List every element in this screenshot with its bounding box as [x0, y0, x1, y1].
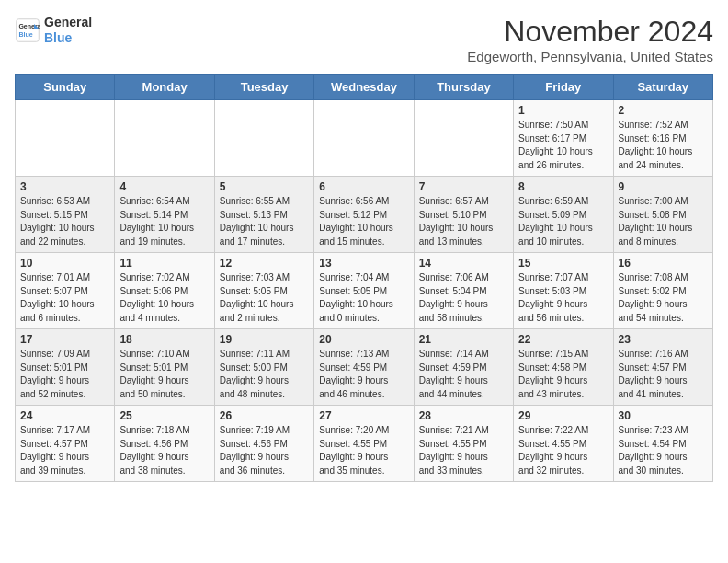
day-number: 27 — [319, 409, 408, 422]
day-info: Sunrise: 6:53 AM Sunset: 5:15 PM Dayligh… — [20, 195, 109, 248]
calendar-cell: 18Sunrise: 7:10 AM Sunset: 5:01 PM Dayli… — [115, 329, 214, 406]
day-info: Sunrise: 7:50 AM Sunset: 6:17 PM Dayligh… — [518, 119, 608, 172]
day-info: Sunrise: 6:59 AM Sunset: 5:09 PM Dayligh… — [518, 195, 608, 248]
day-info: Sunrise: 7:04 AM Sunset: 5:05 PM Dayligh… — [319, 271, 408, 325]
weekday-header-sunday: Sunday — [16, 75, 115, 100]
day-info: Sunrise: 7:20 AM Sunset: 4:55 PM Dayligh… — [319, 424, 408, 477]
weekday-header-monday: Monday — [115, 75, 214, 100]
day-info: Sunrise: 7:02 AM Sunset: 5:06 PM Dayligh… — [119, 271, 209, 325]
day-info: Sunrise: 7:00 AM Sunset: 5:08 PM Dayligh… — [619, 195, 708, 248]
calendar-cell: 5Sunrise: 6:55 AM Sunset: 5:13 PM Daylig… — [214, 177, 313, 253]
day-number: 28 — [419, 409, 508, 422]
calendar-cell — [414, 100, 513, 177]
calendar-cell — [214, 100, 313, 177]
calendar-cell: 10Sunrise: 7:01 AM Sunset: 5:07 PM Dayli… — [16, 253, 115, 329]
day-info: Sunrise: 7:13 AM Sunset: 4:59 PM Dayligh… — [319, 348, 408, 401]
day-info: Sunrise: 7:09 AM Sunset: 5:01 PM Dayligh… — [20, 348, 109, 401]
day-number: 5 — [220, 180, 309, 193]
day-number: 10 — [20, 257, 109, 270]
calendar-cell: 30Sunrise: 7:23 AM Sunset: 4:54 PM Dayli… — [613, 406, 712, 482]
calendar-week-0: 1Sunrise: 7:50 AM Sunset: 6:17 PM Daylig… — [16, 100, 713, 177]
day-info: Sunrise: 7:19 AM Sunset: 4:56 PM Dayligh… — [220, 424, 309, 477]
weekday-header-tuesday: Tuesday — [214, 75, 313, 100]
day-number: 1 — [518, 104, 608, 117]
calendar-cell: 8Sunrise: 6:59 AM Sunset: 5:09 PM Daylig… — [514, 177, 613, 253]
day-info: Sunrise: 7:10 AM Sunset: 5:01 PM Dayligh… — [119, 348, 209, 401]
day-number: 3 — [20, 180, 109, 193]
day-info: Sunrise: 6:56 AM Sunset: 5:12 PM Dayligh… — [319, 195, 408, 248]
calendar-table: SundayMondayTuesdayWednesdayThursdayFrid… — [15, 74, 713, 482]
day-info: Sunrise: 7:23 AM Sunset: 4:54 PM Dayligh… — [619, 424, 708, 477]
weekday-header-wednesday: Wednesday — [314, 75, 414, 100]
day-info: Sunrise: 7:17 AM Sunset: 4:57 PM Dayligh… — [20, 424, 109, 477]
day-info: Sunrise: 7:03 AM Sunset: 5:05 PM Dayligh… — [220, 271, 309, 325]
calendar-header: SundayMondayTuesdayWednesdayThursdayFrid… — [16, 75, 713, 100]
calendar-week-2: 10Sunrise: 7:01 AM Sunset: 5:07 PM Dayli… — [16, 253, 713, 329]
month-title: November 2024 — [467, 15, 713, 49]
day-info: Sunrise: 6:55 AM Sunset: 5:13 PM Dayligh… — [220, 195, 309, 248]
day-info: Sunrise: 7:16 AM Sunset: 4:57 PM Dayligh… — [619, 348, 708, 401]
calendar-week-3: 17Sunrise: 7:09 AM Sunset: 5:01 PM Dayli… — [16, 329, 713, 406]
calendar-cell: 22Sunrise: 7:15 AM Sunset: 4:58 PM Dayli… — [514, 329, 613, 406]
calendar-cell — [314, 100, 414, 177]
day-number: 29 — [518, 409, 608, 422]
day-number: 9 — [619, 180, 708, 193]
day-number: 20 — [319, 333, 408, 346]
calendar-cell: 6Sunrise: 6:56 AM Sunset: 5:12 PM Daylig… — [314, 177, 414, 253]
day-number: 14 — [419, 257, 508, 270]
logo: General Blue General Blue — [15, 15, 92, 46]
svg-text:Blue: Blue — [18, 31, 32, 38]
weekday-header-saturday: Saturday — [613, 75, 712, 100]
calendar-cell: 28Sunrise: 7:21 AM Sunset: 4:55 PM Dayli… — [414, 406, 513, 482]
day-number: 17 — [20, 333, 109, 346]
calendar-cell: 26Sunrise: 7:19 AM Sunset: 4:56 PM Dayli… — [214, 406, 313, 482]
calendar-cell: 21Sunrise: 7:14 AM Sunset: 4:59 PM Dayli… — [414, 329, 513, 406]
day-info: Sunrise: 7:22 AM Sunset: 4:55 PM Dayligh… — [518, 424, 608, 477]
day-number: 22 — [518, 333, 608, 346]
day-number: 25 — [119, 409, 209, 422]
day-number: 7 — [419, 180, 508, 193]
day-number: 2 — [619, 104, 708, 117]
page-header: General Blue General Blue November 2024 … — [15, 15, 713, 64]
day-number: 23 — [619, 333, 708, 346]
day-info: Sunrise: 7:08 AM Sunset: 5:02 PM Dayligh… — [619, 271, 708, 325]
day-number: 12 — [220, 257, 309, 270]
calendar-week-1: 3Sunrise: 6:53 AM Sunset: 5:15 PM Daylig… — [16, 177, 713, 253]
calendar-cell: 1Sunrise: 7:50 AM Sunset: 6:17 PM Daylig… — [514, 100, 613, 177]
calendar-cell: 12Sunrise: 7:03 AM Sunset: 5:05 PM Dayli… — [214, 253, 313, 329]
calendar-cell: 23Sunrise: 7:16 AM Sunset: 4:57 PM Dayli… — [613, 329, 712, 406]
calendar-cell: 19Sunrise: 7:11 AM Sunset: 5:00 PM Dayli… — [214, 329, 313, 406]
calendar-cell: 14Sunrise: 7:06 AM Sunset: 5:04 PM Dayli… — [414, 253, 513, 329]
calendar-cell: 11Sunrise: 7:02 AM Sunset: 5:06 PM Dayli… — [115, 253, 214, 329]
calendar-cell: 25Sunrise: 7:18 AM Sunset: 4:56 PM Dayli… — [115, 406, 214, 482]
title-block: November 2024 Edgeworth, Pennsylvania, U… — [467, 15, 713, 64]
location: Edgeworth, Pennsylvania, United States — [467, 49, 713, 64]
day-number: 11 — [119, 257, 209, 270]
logo-text: General Blue — [44, 15, 92, 46]
day-number: 6 — [319, 180, 408, 193]
calendar-cell: 7Sunrise: 6:57 AM Sunset: 5:10 PM Daylig… — [414, 177, 513, 253]
day-info: Sunrise: 7:01 AM Sunset: 5:07 PM Dayligh… — [20, 271, 109, 325]
day-number: 19 — [220, 333, 309, 346]
day-info: Sunrise: 7:06 AM Sunset: 5:04 PM Dayligh… — [419, 271, 508, 325]
day-info: Sunrise: 7:14 AM Sunset: 4:59 PM Dayligh… — [419, 348, 508, 401]
calendar-week-4: 24Sunrise: 7:17 AM Sunset: 4:57 PM Dayli… — [16, 406, 713, 482]
calendar-cell: 20Sunrise: 7:13 AM Sunset: 4:59 PM Dayli… — [314, 329, 414, 406]
day-number: 21 — [419, 333, 508, 346]
calendar-cell: 29Sunrise: 7:22 AM Sunset: 4:55 PM Dayli… — [514, 406, 613, 482]
day-number: 15 — [518, 257, 608, 270]
calendar-cell — [115, 100, 214, 177]
calendar-body: 1Sunrise: 7:50 AM Sunset: 6:17 PM Daylig… — [16, 100, 713, 482]
day-number: 16 — [619, 257, 708, 270]
day-info: Sunrise: 6:54 AM Sunset: 5:14 PM Dayligh… — [119, 195, 209, 248]
calendar-cell: 13Sunrise: 7:04 AM Sunset: 5:05 PM Dayli… — [314, 253, 414, 329]
day-number: 18 — [119, 333, 209, 346]
day-number: 8 — [518, 180, 608, 193]
day-number: 13 — [319, 257, 408, 270]
day-number: 26 — [220, 409, 309, 422]
calendar-cell: 9Sunrise: 7:00 AM Sunset: 5:08 PM Daylig… — [613, 177, 712, 253]
day-info: Sunrise: 7:15 AM Sunset: 4:58 PM Dayligh… — [518, 348, 608, 401]
weekday-header-friday: Friday — [514, 75, 613, 100]
calendar-cell: 3Sunrise: 6:53 AM Sunset: 5:15 PM Daylig… — [16, 177, 115, 253]
logo-icon: General Blue — [15, 17, 40, 43]
